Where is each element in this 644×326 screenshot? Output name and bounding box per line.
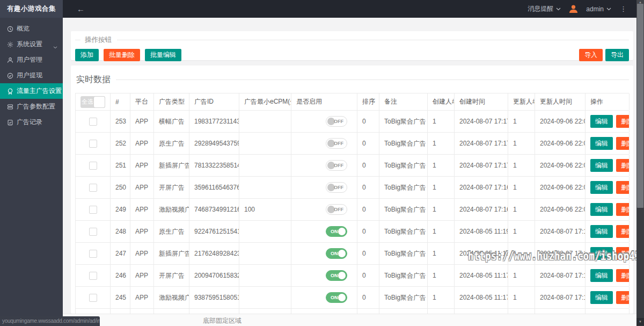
settings-gear-icon <box>6 41 13 48</box>
cell-remark: ToBig聚合广告 测试 <box>379 287 428 308</box>
delete-button[interactable]: 删除 <box>616 291 630 304</box>
cell-ad-type: 开屏广告 <box>154 177 189 198</box>
username: admin <box>586 5 604 13</box>
cell-created-at: 2024-08-07 17:16:46 <box>455 199 508 220</box>
scroll-down-arrow-icon[interactable]: ▼ <box>636 318 644 325</box>
row-checkbox[interactable] <box>89 140 97 148</box>
edit-button[interactable]: 编辑 <box>590 181 613 194</box>
cell-creator: 1 <box>428 177 455 198</box>
delete-button[interactable]: 删除 <box>616 203 630 216</box>
cell-remark: ToBig聚合广告 正式 <box>379 155 428 176</box>
cell-updater: 1 <box>508 155 535 176</box>
cell-ad-id: 2176248928423385 <box>189 243 239 264</box>
cell-creator: 1 <box>428 199 455 220</box>
row-checkbox[interactable] <box>89 118 97 126</box>
table-row: 246APP开屏广告2009470615832232ON0ToBig聚合广告 测… <box>76 265 629 287</box>
enabled-toggle-on[interactable]: ON <box>326 226 347 237</box>
cell-ad-id: 2009470615832232 <box>189 265 239 286</box>
sidebar-item-4[interactable]: 用户提现 <box>0 68 63 83</box>
enabled-toggle-off[interactable]: OFF <box>326 138 347 149</box>
cell-enabled: OFF <box>291 309 357 314</box>
enabled-toggle-on[interactable]: ON <box>326 248 347 259</box>
sidebar-item-1[interactable]: 概览 <box>0 21 63 37</box>
delete-button[interactable]: 删除 <box>616 159 630 172</box>
row-checkbox[interactable] <box>89 294 97 302</box>
edit-button[interactable]: 编辑 <box>590 269 613 282</box>
batch-delete-button[interactable]: 批量删除 <box>104 49 140 61</box>
import-button[interactable]: 导入 <box>579 49 603 61</box>
edit-button[interactable]: 编辑 <box>590 225 613 238</box>
sidebar-item-3[interactable]: 用户管理 <box>0 52 63 68</box>
column-header-9: 创建人# <box>428 93 455 110</box>
enabled-toggle-off[interactable]: OFF <box>326 160 347 171</box>
export-button[interactable]: 导出 <box>605 49 629 61</box>
cell-actions: 编辑删除 <box>586 155 630 176</box>
cell-updated-at: 2024-09-06 22:06:49 <box>535 133 586 154</box>
sidebar-item-label: 广告记录 <box>17 118 42 127</box>
more-menu-icon[interactable]: ⋮ <box>619 5 628 13</box>
scrollbar-thumb[interactable] <box>637 4 643 208</box>
actions-panel: 操作按钮 添加 批量删除 批量编辑 导入 导出 <box>71 31 633 60</box>
table-row: 249APP激励视频广告7468734991216854100OFF0ToBig… <box>76 199 629 221</box>
page-scrollbar[interactable]: ▲ ▼ <box>636 0 644 326</box>
row-checkbox[interactable] <box>89 162 97 170</box>
cell-platform: APP <box>130 199 154 220</box>
batch-edit-button[interactable]: 批量编辑 <box>145 49 181 61</box>
cell-actions: 编辑删除 <box>586 287 630 308</box>
edit-button[interactable]: 编辑 <box>590 291 613 304</box>
delete-button[interactable]: 删除 <box>616 269 630 282</box>
cell-sort: 0 <box>357 199 379 220</box>
ad-records-icon <box>6 119 13 126</box>
cell-enabled: OFF <box>291 177 357 198</box>
delete-button[interactable]: 删除 <box>616 137 630 150</box>
row-checkbox[interactable] <box>89 250 97 258</box>
cell-creator: 1 <box>428 243 455 264</box>
cell-actions <box>586 309 630 314</box>
cell-platform <box>130 309 154 314</box>
sidebar-item-label: 概览 <box>17 24 30 33</box>
row-checkbox[interactable] <box>89 228 97 236</box>
delete-button[interactable]: 删除 <box>616 115 630 128</box>
cell-sort: 0 <box>357 221 379 242</box>
edit-button[interactable]: 编辑 <box>590 203 613 216</box>
sidebar-item-7[interactable]: 广告记录 <box>0 114 63 130</box>
sidebar-item-2[interactable]: 系统设置 <box>0 37 63 52</box>
edit-button[interactable]: 编辑 <box>590 159 613 172</box>
row-checkbox-cell <box>76 111 111 132</box>
user-menu[interactable]: admin <box>586 5 611 13</box>
enabled-toggle-on[interactable]: ON <box>326 292 347 303</box>
table-row: 250APP开屏广告3596116546376151OFF0ToBig聚合广告 … <box>76 177 629 199</box>
sidebar-item-5[interactable]: 流量主广告设置 <box>0 83 63 99</box>
toggle-state-label: ON <box>331 295 338 300</box>
messages-dropdown[interactable]: 消息提醒 <box>528 4 561 13</box>
enabled-toggle-off[interactable]: OFF <box>326 116 347 127</box>
cell-min-ecpm <box>239 177 291 198</box>
enabled-toggle-off[interactable]: OFF <box>326 182 347 193</box>
row-checkbox[interactable] <box>89 272 97 280</box>
edit-button[interactable]: 编辑 <box>590 115 613 128</box>
toggle-state-label: ON <box>331 273 338 278</box>
cell-platform: APP <box>130 221 154 242</box>
cell-remark: ToBig聚合广告 测试 <box>379 221 428 242</box>
enabled-toggle-off[interactable]: OFF <box>326 204 347 215</box>
toggle-state-label: ON <box>331 229 338 234</box>
cell-enabled: OFF <box>291 133 357 154</box>
cell-ad-type: 原生广告 <box>154 133 189 154</box>
select-all-toggle[interactable]: 全选 <box>80 96 105 108</box>
table-row: 253APP横幅广告1983177231143587OFF0ToBig聚合广告 … <box>76 111 629 133</box>
status-url: youqumingame.wwssaadd.com/admin/ad/index… <box>0 316 100 326</box>
delete-button[interactable]: 删除 <box>616 225 630 238</box>
row-checkbox[interactable] <box>89 206 97 214</box>
edit-button[interactable]: 编辑 <box>590 137 613 150</box>
avatar[interactable] <box>568 4 579 14</box>
enabled-toggle-on[interactable]: ON <box>326 270 347 281</box>
cell-created-at: 2024-08-07 17:16:54 <box>455 177 508 198</box>
delete-button[interactable]: 删除 <box>616 181 630 194</box>
cell-platform: APP <box>130 265 154 286</box>
sidebar-item-6[interactable]: 广告参数配置 <box>0 99 63 114</box>
back-arrow-icon[interactable]: ← <box>77 4 85 13</box>
cell-updated-at: 2024-09-06 22:06:49 <box>535 111 586 132</box>
add-button[interactable]: 添加 <box>75 49 99 61</box>
cell-enabled: ON <box>291 221 357 242</box>
row-checkbox[interactable] <box>89 184 97 192</box>
